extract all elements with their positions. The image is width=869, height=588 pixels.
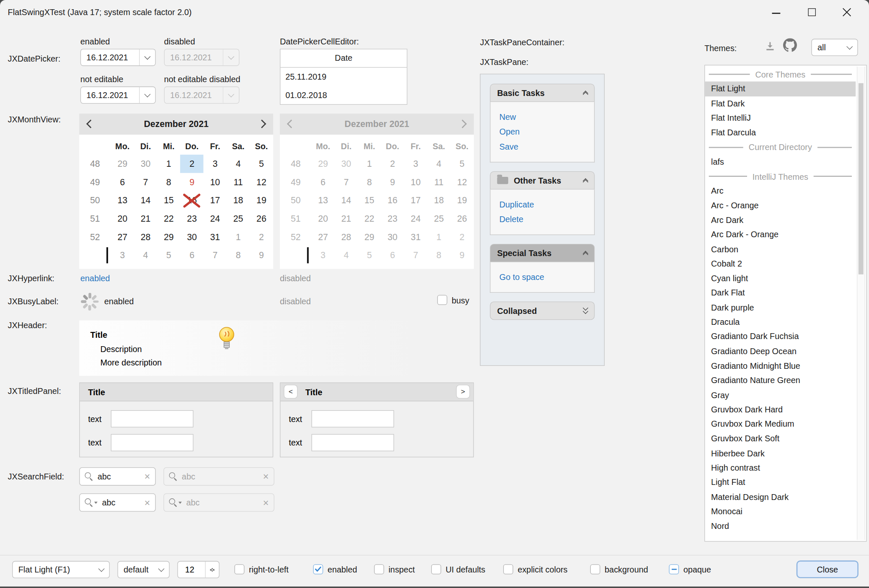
theme-item[interactable]: Dracula xyxy=(705,315,856,329)
themes-list[interactable]: Core ThemesFlat LightFlat DarkFlat Intel… xyxy=(704,65,867,542)
calendar-day[interactable]: 9 xyxy=(180,173,203,192)
calendar-day[interactable]: 25 xyxy=(227,210,250,228)
calendar-day[interactable]: 29 xyxy=(111,155,134,173)
theme-item[interactable]: Flat IntelliJ xyxy=(705,111,856,125)
collapse-icon[interactable] xyxy=(584,91,587,94)
theme-item[interactable]: Nord xyxy=(705,519,856,534)
task-link[interactable]: Delete xyxy=(491,212,594,227)
task-link[interactable]: Save xyxy=(491,139,594,154)
calendar-day[interactable]: 27 xyxy=(111,228,134,246)
calendar-day[interactable]: 9 xyxy=(250,246,273,264)
scrollbar[interactable] xyxy=(857,67,865,540)
calendar-day[interactable]: 28 xyxy=(134,228,157,246)
theme-item[interactable]: Light Flat xyxy=(705,475,856,490)
theme-item[interactable]: Cobalt 2 xyxy=(705,256,856,271)
theme-item[interactable]: Flat Darcula xyxy=(705,125,856,140)
text-field[interactable] xyxy=(311,434,394,451)
datepicker-enabled[interactable]: 16.12.2021 xyxy=(80,49,156,66)
search-menu-caret-icon[interactable] xyxy=(94,501,98,503)
task-link[interactable]: Open xyxy=(491,124,594,139)
text-field[interactable] xyxy=(311,410,394,427)
taskpane-header[interactable]: Other Tasks xyxy=(490,171,595,190)
theme-item[interactable]: Gruvbox Dark Medium xyxy=(705,417,856,432)
calendar-day[interactable]: 16 xyxy=(180,191,203,210)
checkbox-group-right-to-left[interactable]: right-to-left xyxy=(235,563,289,575)
theme-item[interactable]: Arc xyxy=(705,184,856,198)
github-icon[interactable] xyxy=(783,38,797,54)
hyperlink-enabled[interactable]: enabled xyxy=(80,273,110,282)
calendar-day[interactable]: 6 xyxy=(111,173,134,192)
dropdown-arrow-button[interactable] xyxy=(842,39,857,55)
task-link[interactable]: New xyxy=(491,109,594,124)
calendar-day[interactable]: 20 xyxy=(111,210,134,228)
calendar-day[interactable]: 7 xyxy=(204,246,227,264)
busy-checkbox-group[interactable]: busy xyxy=(437,295,469,305)
collapse-icon[interactable] xyxy=(584,252,587,255)
busy-checkbox[interactable] xyxy=(437,295,447,305)
calendar-day[interactable]: 18 xyxy=(227,191,250,210)
calendar-day[interactable]: 10 xyxy=(204,173,227,192)
checkbox[interactable] xyxy=(431,565,441,575)
calendar-day[interactable]: 26 xyxy=(250,210,273,228)
calendar-day[interactable]: 30 xyxy=(180,228,203,246)
theme-item[interactable]: Gradianto Midnight Blue xyxy=(705,359,856,373)
lookandfeel-combobox[interactable]: Flat Light (F1) xyxy=(12,561,110,578)
scrollbar-thumb[interactable] xyxy=(859,83,864,274)
search-input[interactable] xyxy=(98,472,145,481)
checkbox[interactable] xyxy=(235,565,245,575)
prev-button[interactable]: < xyxy=(284,385,297,399)
maximize-icon[interactable] xyxy=(808,8,816,16)
task-link[interactable]: Duplicate xyxy=(491,197,594,212)
theme-item[interactable]: Gruvbox Dark Hard xyxy=(705,402,856,417)
text-field[interactable] xyxy=(111,410,194,427)
next-month-icon[interactable] xyxy=(259,119,265,129)
theme-item[interactable]: Arc - Orange xyxy=(705,198,856,213)
download-icon[interactable] xyxy=(764,41,776,54)
spinner-value[interactable]: 12 xyxy=(178,565,205,574)
calendar-day[interactable]: 8 xyxy=(227,246,250,264)
checkbox-group-inspect[interactable]: inspect xyxy=(374,563,415,575)
theme-item[interactable]: Gray xyxy=(705,388,856,402)
theme-item[interactable]: Monocai xyxy=(705,505,856,519)
calendar-day[interactable]: 11 xyxy=(227,173,250,192)
theme-item[interactable]: Gradianto Deep Ocean xyxy=(705,344,856,359)
calendar-day[interactable]: 3 xyxy=(204,155,227,173)
calendar-day[interactable]: 3 xyxy=(111,246,134,264)
spinner-buttons[interactable] xyxy=(205,562,219,578)
taskpane-header[interactable]: Collapsed xyxy=(490,302,595,320)
checkbox-group-ui-defaults[interactable]: UI defaults xyxy=(431,563,485,575)
search-field-with-menu-enabled[interactable]: × xyxy=(79,493,156,512)
calendar-day[interactable]: 6 xyxy=(180,246,203,264)
calendar-day[interactable]: 29 xyxy=(157,228,180,246)
checkbox[interactable] xyxy=(313,565,323,575)
theme-item[interactable]: Arc Dark - Orange xyxy=(705,228,856,242)
calendar-day[interactable]: 22 xyxy=(157,210,180,228)
expand-icon[interactable] xyxy=(584,308,587,313)
theme-item[interactable]: Gruvbox Dark Soft xyxy=(705,432,856,446)
checkbox-group-explicit-colors[interactable]: explicit colors xyxy=(503,563,567,575)
theme-item[interactable]: Arc Dark xyxy=(705,213,856,228)
calendar-day[interactable]: 31 xyxy=(204,228,227,246)
checkbox-group-opaque[interactable]: opaque xyxy=(669,563,711,575)
calendar-day[interactable]: 1 xyxy=(157,155,180,173)
table-row[interactable]: 25.11.2019 xyxy=(280,67,407,86)
calendar-day[interactable]: 17 xyxy=(204,191,227,210)
clear-icon[interactable]: × xyxy=(145,471,150,482)
checkbox-group-background[interactable]: background xyxy=(590,563,648,575)
theme-item[interactable]: Flat Light xyxy=(705,82,856,96)
next-button[interactable]: > xyxy=(456,385,470,399)
calendar-day[interactable]: 4 xyxy=(227,155,250,173)
search-field-enabled[interactable]: × xyxy=(79,467,156,486)
font-size-spinner[interactable]: 12 xyxy=(177,561,220,578)
calendar-day[interactable]: 13 xyxy=(111,191,134,210)
search-icon[interactable] xyxy=(85,498,93,507)
prev-month-icon[interactable] xyxy=(88,119,94,129)
minimize-icon[interactable] xyxy=(772,13,781,14)
table-row[interactable]: 01.02.2018 xyxy=(280,86,407,104)
calendar-day[interactable]: 30 xyxy=(134,155,157,173)
theme-item[interactable]: Material Design Dark xyxy=(705,490,856,505)
dropdown-arrow-button[interactable] xyxy=(94,562,109,578)
calendar-day[interactable]: 8 xyxy=(157,173,180,192)
checkbox[interactable] xyxy=(503,565,513,575)
close-button[interactable]: Close xyxy=(797,560,859,578)
